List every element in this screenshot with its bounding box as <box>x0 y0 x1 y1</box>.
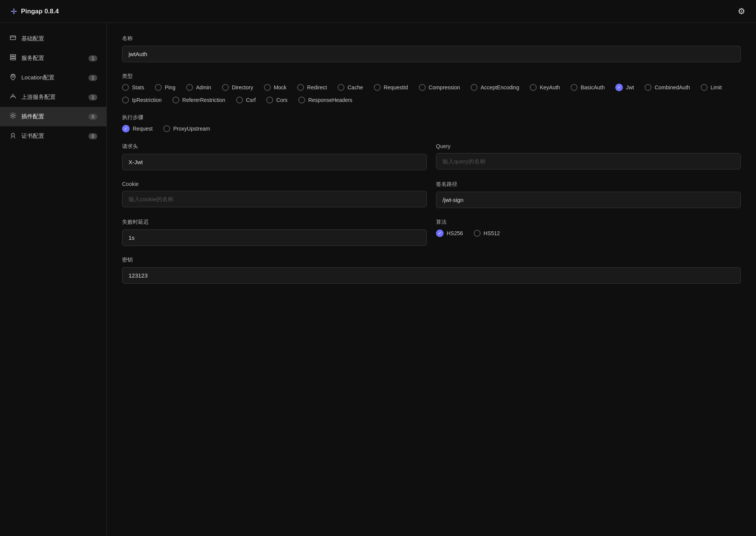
sidebar-item-location[interactable]: Location配置1 <box>0 68 106 87</box>
type-radio-label-csrf: Csrf <box>246 97 256 103</box>
svg-point-6 <box>12 115 14 117</box>
app-title: Pingap 0.8.4 <box>21 8 59 15</box>
type-radio-compression[interactable]: Compression <box>419 84 460 91</box>
sidebar-label-basic: 基础配置 <box>21 35 44 42</box>
type-radio-admin[interactable]: Admin <box>186 84 211 91</box>
sidebar-label-cert: 证书配置 <box>21 132 44 140</box>
type-radio-iprestriction[interactable]: IpRestriction <box>122 97 162 103</box>
sidebar-item-left-location: Location配置 <box>9 73 55 82</box>
header-left: ✛ Pingap 0.8.4 <box>11 7 59 16</box>
type-radio-label-directory: Directory <box>232 84 253 90</box>
type-radio-redirect[interactable]: Redirect <box>297 84 327 91</box>
type-radio-circle-ping <box>155 84 162 91</box>
sidebar-item-service[interactable]: 服务配置1 <box>0 48 106 68</box>
algorithm-radio-label-hs256: HS256 <box>447 230 463 236</box>
type-radio-limit[interactable]: Limit <box>701 84 722 91</box>
svg-rect-0 <box>10 36 16 40</box>
type-radio-directory[interactable]: Directory <box>222 84 253 91</box>
sidebar-item-plugin[interactable]: 插件配置0 <box>0 107 106 126</box>
fail-delay-label: 失败时延迟 <box>122 219 427 226</box>
step-radio-circle-request: ✓ <box>122 125 130 132</box>
query-label: Query <box>436 143 741 149</box>
svg-point-7 <box>11 133 14 136</box>
svg-rect-4 <box>10 59 16 60</box>
type-radio-label-acceptencoding: AcceptEncoding <box>481 84 519 90</box>
step-radio-label-proxyupstream: ProxyUpstream <box>173 126 210 132</box>
type-radio-ping[interactable]: Ping <box>155 84 175 91</box>
query-input[interactable] <box>436 153 741 170</box>
type-radio-jwt[interactable]: ✓Jwt <box>615 84 634 91</box>
request-header-input[interactable] <box>122 154 427 170</box>
type-radio-circle-stats <box>122 84 129 91</box>
type-radio-stats[interactable]: Stats <box>122 84 144 91</box>
type-radio-circle-admin <box>186 84 193 91</box>
type-radio-label-keyauth: KeyAuth <box>540 84 560 90</box>
type-radio-circle-keyauth <box>530 84 537 91</box>
sidebar-icon-plugin <box>9 112 17 121</box>
type-radio-circle-jwt: ✓ <box>615 84 623 91</box>
type-radio-refererrestriction[interactable]: RefererRestriction <box>172 97 225 103</box>
type-radio-label-mock: Mock <box>274 84 286 90</box>
sign-path-label: 签名路径 <box>436 181 741 188</box>
content-area: 名称 类型 StatsPingAdminDirectoryMockRedirec… <box>107 23 756 536</box>
type-radio-label-ping: Ping <box>165 84 175 90</box>
name-label: 名称 <box>122 35 741 42</box>
type-radio-circle-iprestriction <box>122 97 129 103</box>
type-radio-label-admin: Admin <box>196 84 211 90</box>
cookie-input[interactable] <box>122 191 427 207</box>
type-radio-circle-basicauth <box>571 84 577 91</box>
two-col-row-3: 失败时延迟 算法 ✓HS256HS512 <box>122 219 741 257</box>
type-radio-circle-redirect <box>297 84 304 91</box>
type-radio-cors[interactable]: Cors <box>266 97 288 103</box>
type-radio-circle-responseheaders <box>298 97 305 103</box>
type-radio-circle-directory <box>222 84 229 91</box>
type-radio-circle-cors <box>266 97 273 103</box>
fail-delay-input[interactable] <box>122 229 427 246</box>
sidebar-label-plugin: 插件配置 <box>21 113 44 120</box>
sidebar-item-left-cert: 证书配置 <box>9 132 44 140</box>
type-radio-mock[interactable]: Mock <box>264 84 286 91</box>
sidebar-item-left-plugin: 插件配置 <box>9 112 44 121</box>
algorithm-radio-hs256[interactable]: ✓HS256 <box>436 229 463 237</box>
sidebar-item-basic[interactable]: 基础配置 <box>0 29 106 48</box>
sign-path-input[interactable] <box>436 192 741 208</box>
sidebar-icon-service <box>9 54 17 63</box>
request-header-field-group: 请求头 <box>122 143 427 170</box>
type-radio-label-stats: Stats <box>132 84 144 90</box>
type-radio-requestid[interactable]: RequestId <box>374 84 408 91</box>
type-radio-responseheaders[interactable]: ResponseHeaders <box>298 97 352 103</box>
svg-point-5 <box>12 75 14 77</box>
step-radio-label-request: Request <box>133 126 153 132</box>
type-radio-cache[interactable]: Cache <box>338 84 363 91</box>
type-radio-circle-csrf <box>236 97 243 103</box>
step-radio-proxyupstream[interactable]: ProxyUpstream <box>163 125 210 132</box>
type-radio-csrf[interactable]: Csrf <box>236 97 256 103</box>
type-radio-combinedauth[interactable]: CombinedAuth <box>645 84 690 91</box>
type-radio-label-compression: Compression <box>429 84 460 90</box>
algorithm-label: 算法 <box>436 219 741 226</box>
settings-icon[interactable]: ⚙ <box>738 6 745 16</box>
sidebar-item-upstream[interactable]: 上游服务配置1 <box>0 87 106 107</box>
cookie-label: Cookie <box>122 181 427 187</box>
svg-rect-2 <box>10 55 16 56</box>
secret-input[interactable] <box>122 267 741 284</box>
type-radio-basicauth[interactable]: BasicAuth <box>571 84 605 91</box>
step-radio-group: ✓RequestProxyUpstream <box>122 125 741 132</box>
name-input[interactable] <box>122 46 741 62</box>
type-radio-label-redirect: Redirect <box>307 84 327 90</box>
algorithm-radio-hs512[interactable]: HS512 <box>474 229 500 237</box>
type-radio-label-cache: Cache <box>347 84 363 90</box>
type-radio-keyauth[interactable]: KeyAuth <box>530 84 560 91</box>
sidebar-icon-upstream <box>9 93 17 102</box>
type-radio-acceptencoding[interactable]: AcceptEncoding <box>471 84 519 91</box>
algorithm-radio-circle-hs256: ✓ <box>436 229 444 237</box>
app-header: ✛ Pingap 0.8.4 ⚙ <box>0 0 756 23</box>
type-radio-circle-limit <box>701 84 708 91</box>
main-layout: 基础配置服务配置1Location配置1上游服务配置1插件配置0证书配置0 名称… <box>0 23 756 536</box>
algorithm-radio-group: ✓HS256HS512 <box>436 229 741 237</box>
sidebar: 基础配置服务配置1Location配置1上游服务配置1插件配置0证书配置0 <box>0 23 107 536</box>
sidebar-item-cert[interactable]: 证书配置0 <box>0 126 106 146</box>
step-radio-request[interactable]: ✓Request <box>122 125 153 132</box>
sidebar-badge-cert: 0 <box>88 133 97 139</box>
sidebar-badge-service: 1 <box>88 55 97 61</box>
